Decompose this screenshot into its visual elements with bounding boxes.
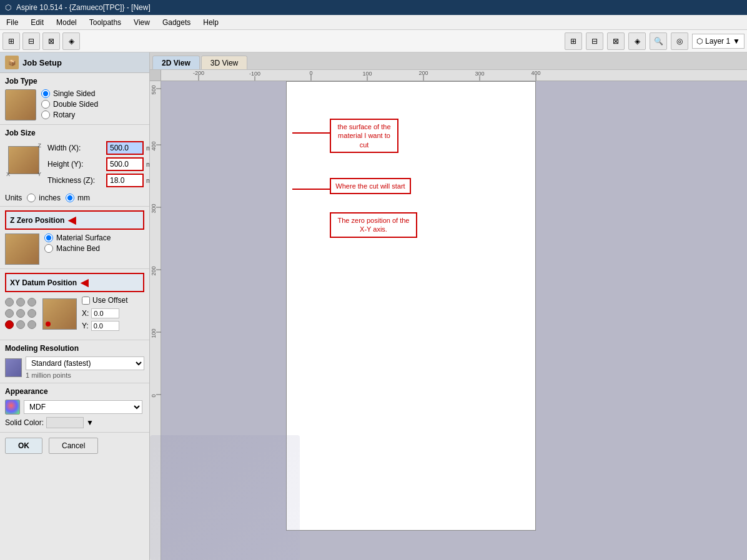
radio-single-sided-input[interactable] (41, 89, 50, 98)
toolbar-btn-3[interactable]: ⊠ (42, 32, 60, 50)
grid-dot-ml[interactable] (5, 309, 14, 318)
radio-single-sided[interactable]: Single Sided (41, 89, 98, 98)
menu-edit[interactable]: Edit (24, 15, 50, 29)
grid-dot-tl[interactable] (5, 298, 14, 307)
toolbar: ⊞ ⊟ ⊠ ◈ ⊞ ⊟ ⊠ ◈ 🔍 ◎ ⬡ Layer 1 ▼ (0, 30, 747, 52)
radio-inches-input[interactable] (27, 194, 36, 202)
menu-help[interactable]: Help (197, 15, 225, 29)
ok-button[interactable]: OK (5, 438, 42, 454)
toolbar-btn-1[interactable]: ⊞ (2, 32, 20, 50)
right-area: 2D View 3D View -200 -100 0 (150, 52, 747, 560)
svg-text:-100: -100 (249, 71, 260, 77)
radio-mm-input[interactable] (66, 194, 74, 202)
toolbar-btn-2[interactable]: ⊟ (22, 32, 40, 50)
modeling-resolution-icon (5, 358, 22, 377)
grid-dot-bc[interactable] (16, 320, 25, 329)
cancel-button[interactable]: Cancel (49, 438, 98, 454)
radio-machine-bed-input[interactable] (44, 244, 53, 253)
tab-2d-view[interactable]: 2D View (152, 56, 200, 69)
layer-dropdown[interactable]: ⬡ Layer 1 ▼ (692, 34, 745, 49)
job-size-axis-y: Y (37, 171, 41, 177)
menu-toolpaths[interactable]: Toolpaths (83, 15, 127, 29)
xy-datum-title: XY Datum Position (10, 278, 77, 287)
job-type-title: Job Type (5, 77, 144, 86)
job-size-axis-x: X (6, 171, 10, 177)
x-coord-row: X: (82, 308, 127, 318)
width-row: Width (X): mm (47, 141, 144, 155)
svg-text:-200: -200 (193, 70, 204, 76)
job-size-title: Job Size (5, 129, 144, 137)
modeling-resolution-sublabel: 1 million points (26, 371, 144, 379)
svg-text:500: 500 (151, 85, 157, 94)
thickness-row: Thickness (Z): mm (47, 174, 144, 187)
annotation-cut-start: Where the cut will start (330, 178, 411, 194)
height-row: Height (Y): mm (47, 157, 144, 171)
z-zero-icon (5, 233, 39, 265)
panel-icon: 📦 (5, 56, 19, 69)
radio-material-surface[interactable]: Material Surface (44, 233, 111, 242)
svg-text:100: 100 (362, 71, 372, 77)
radio-double-sided[interactable]: Double Sided (41, 100, 98, 109)
radio-inches[interactable]: inches (27, 194, 61, 202)
menu-view[interactable]: View (127, 15, 156, 29)
width-input[interactable] (106, 141, 144, 155)
appearance-select[interactable]: MDF Wood Foam Aluminum (24, 400, 142, 414)
toolbar-btn-4[interactable]: ◈ (62, 32, 80, 50)
job-size-axis-z: Z (38, 142, 42, 149)
toolbar-icon-circle[interactable]: ◎ (671, 32, 688, 50)
button-row: OK Cancel (0, 433, 149, 459)
grid-dot-tc[interactable] (16, 298, 25, 307)
menu-file[interactable]: File (0, 15, 24, 29)
layer-icon: ⬡ (696, 37, 703, 46)
grid-dot-tr[interactable] (27, 298, 36, 307)
job-type-radio-group: Single Sided Double Sided Rotary (41, 89, 98, 119)
radio-material-surface-input[interactable] (44, 233, 53, 242)
ruler-horizontal: -200 -100 0 100 200 300 400 (161, 70, 747, 81)
view-tabs: 2D View 3D View (150, 52, 747, 70)
svg-text:0: 0 (151, 394, 157, 397)
toolbar-icon-search[interactable]: 🔍 (650, 32, 667, 50)
main-area: 📦 Job Setup Job Type Single Sided Double… (0, 52, 747, 560)
titlebar: ⬡ Aspire 10.514 - {Zamueco[TPC]} - [New] (0, 0, 747, 15)
thickness-input[interactable] (106, 174, 144, 187)
job-type-icon (5, 89, 36, 120)
y-coord-row: Y: (82, 321, 127, 331)
menu-gadgets[interactable]: Gadgets (156, 15, 197, 29)
thickness-label: Thickness (Z): (47, 176, 104, 185)
svg-text:200: 200 (151, 266, 157, 275)
job-size-icon (8, 146, 39, 174)
use-offset-checkbox[interactable] (82, 297, 90, 305)
toolbar-icon-snap[interactable]: ◈ (628, 32, 646, 50)
title-text: Aspire 10.514 - {Zamueco[TPC]} - [New] (16, 3, 151, 12)
modeling-resolution-select[interactable]: Standard (fastest) Standard High Very Hi… (26, 356, 144, 370)
xy-datum-section: XY Datum Position ◀ (0, 269, 149, 340)
svg-text:100: 100 (151, 328, 157, 338)
height-input[interactable] (106, 157, 144, 171)
x-coord-input[interactable] (91, 308, 119, 318)
appearance-title: Appearance (5, 387, 144, 396)
units-row: Units inches mm (5, 194, 144, 202)
grid-dot-mc[interactable] (16, 309, 25, 318)
radio-rotary-input[interactable] (41, 111, 50, 119)
tab-3d-view[interactable]: 3D View (201, 56, 247, 69)
toolbar-icon-grid1[interactable]: ⊞ (565, 32, 582, 50)
radio-mm[interactable]: mm (66, 194, 90, 202)
appearance-swatch-icon (5, 400, 20, 415)
grid-dot-mr[interactable] (27, 309, 36, 318)
radio-rotary[interactable]: Rotary (41, 111, 98, 119)
toolbar-icon-grid2[interactable]: ⊟ (586, 32, 603, 50)
z-zero-section: Z Zero Position ◀ Material Surface Machi… (0, 207, 149, 269)
radio-machine-bed[interactable]: Machine Bed (44, 244, 111, 253)
width-label: Width (X): (47, 144, 104, 152)
toolbar-icon-grid3[interactable]: ⊠ (607, 32, 625, 50)
z-zero-arrow-icon: ◀ (68, 214, 76, 226)
grid-dot-bl[interactable] (5, 320, 14, 329)
y-coord-input[interactable] (91, 321, 119, 331)
appearance-section: Appearance MDF Wood Foam Aluminum Solid … (0, 383, 149, 433)
menu-model[interactable]: Model (50, 15, 83, 29)
radio-double-sided-input[interactable] (41, 100, 50, 109)
solid-color-box[interactable] (46, 417, 84, 428)
solid-color-dropdown-icon[interactable]: ▼ (86, 418, 94, 427)
grid-dot-br[interactable] (27, 320, 36, 329)
watermark-bg (150, 435, 300, 560)
